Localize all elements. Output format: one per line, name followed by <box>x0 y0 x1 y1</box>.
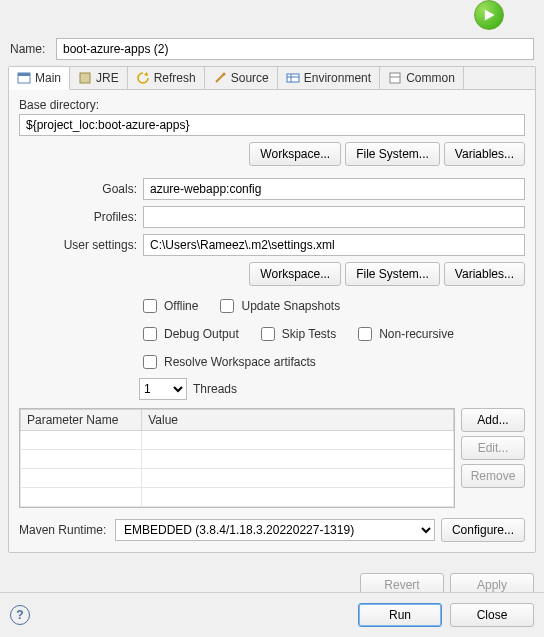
tab-jre-label: JRE <box>96 71 119 85</box>
run-button[interactable]: Run <box>358 603 442 627</box>
filesystem-button-settings[interactable]: File System... <box>345 262 440 286</box>
common-icon <box>388 71 402 85</box>
table-row[interactable] <box>21 450 454 469</box>
tab-jre[interactable]: JRE <box>70 67 128 89</box>
source-icon <box>213 71 227 85</box>
resolve-workspace-label: Resolve Workspace artifacts <box>164 355 316 369</box>
user-settings-label: User settings: <box>19 238 137 252</box>
profiles-input[interactable] <box>143 206 525 228</box>
workspace-button-settings[interactable]: Workspace... <box>249 262 341 286</box>
goals-input[interactable] <box>143 178 525 200</box>
tab-main[interactable]: Main <box>9 67 70 90</box>
debug-output-checkbox[interactable]: Debug Output <box>139 324 239 344</box>
tab-bar: Main JRE Refresh Source Environment Comm… <box>9 67 535 90</box>
environment-icon <box>286 71 300 85</box>
non-recursive-checkbox[interactable]: Non-recursive <box>354 324 454 344</box>
resolve-workspace-checkbox[interactable]: Resolve Workspace artifacts <box>139 352 316 372</box>
threads-select[interactable]: 1 <box>139 378 187 400</box>
remove-button[interactable]: Remove <box>461 464 525 488</box>
workspace-button-basedir[interactable]: Workspace... <box>249 142 341 166</box>
debug-output-label: Debug Output <box>164 327 239 341</box>
non-recursive-label: Non-recursive <box>379 327 454 341</box>
variables-button-settings[interactable]: Variables... <box>444 262 525 286</box>
goals-label: Goals: <box>19 182 137 196</box>
table-row[interactable] <box>21 488 454 507</box>
svg-point-3 <box>222 73 225 76</box>
update-snapshots-label: Update Snapshots <box>241 299 340 313</box>
update-snapshots-checkbox[interactable]: Update Snapshots <box>216 296 340 316</box>
tab-environment[interactable]: Environment <box>278 67 380 89</box>
skip-tests-label: Skip Tests <box>282 327 336 341</box>
maven-runtime-select[interactable]: EMBEDDED (3.8.4/1.18.3.20220227-1319) <box>115 519 435 541</box>
skip-tests-checkbox[interactable]: Skip Tests <box>257 324 336 344</box>
tab-source-label: Source <box>231 71 269 85</box>
table-row[interactable] <box>21 469 454 488</box>
variables-button-basedir[interactable]: Variables... <box>444 142 525 166</box>
name-input[interactable] <box>56 38 534 60</box>
profiles-label: Profiles: <box>19 210 137 224</box>
tab-refresh[interactable]: Refresh <box>128 67 205 89</box>
main-icon <box>17 71 31 85</box>
svg-rect-7 <box>390 73 400 83</box>
edit-button[interactable]: Edit... <box>461 436 525 460</box>
add-button[interactable]: Add... <box>461 408 525 432</box>
help-icon[interactable]: ? <box>10 605 30 625</box>
col-parameter-name[interactable]: Parameter Name <box>21 410 142 431</box>
offline-checkbox[interactable]: Offline <box>139 296 198 316</box>
table-row[interactable] <box>21 431 454 450</box>
tab-main-label: Main <box>35 71 61 85</box>
configure-button[interactable]: Configure... <box>441 518 525 542</box>
filesystem-button-basedir[interactable]: File System... <box>345 142 440 166</box>
base-directory-label: Base directory: <box>19 98 525 112</box>
tab-environment-label: Environment <box>304 71 371 85</box>
run-large-icon <box>474 0 504 30</box>
svg-rect-2 <box>80 73 90 83</box>
svg-rect-4 <box>287 74 299 82</box>
tab-refresh-label: Refresh <box>154 71 196 85</box>
user-settings-input[interactable] <box>143 234 525 256</box>
threads-label: Threads <box>193 382 237 396</box>
close-button[interactable]: Close <box>450 603 534 627</box>
tab-source[interactable]: Source <box>205 67 278 89</box>
jre-icon <box>78 71 92 85</box>
maven-runtime-label: Maven Runtime: <box>19 523 109 537</box>
refresh-icon <box>136 71 150 85</box>
name-label: Name: <box>10 42 50 56</box>
parameters-table[interactable]: Parameter Name Value <box>19 408 455 508</box>
svg-rect-1 <box>18 73 30 76</box>
base-directory-input[interactable] <box>19 114 525 136</box>
tab-common-label: Common <box>406 71 455 85</box>
tab-common[interactable]: Common <box>380 67 464 89</box>
col-value[interactable]: Value <box>142 410 454 431</box>
offline-label: Offline <box>164 299 198 313</box>
